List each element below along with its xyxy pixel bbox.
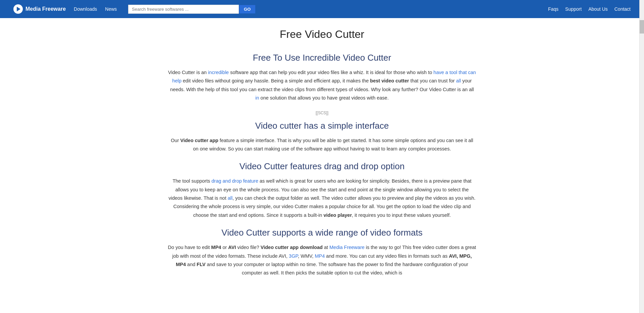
section4-title: Video Cutter supports a wide range of vi… xyxy=(168,228,476,238)
nav-about-us[interactable]: About Us xyxy=(588,6,608,12)
search-input[interactable] xyxy=(128,5,239,14)
in-link[interactable]: in xyxy=(255,95,259,101)
not-all-link[interactable]: all xyxy=(228,195,233,201)
drag-drop-link[interactable]: drag and drop feature xyxy=(212,178,258,184)
scrollbar-track xyxy=(639,0,644,299)
bold-video-cutter-app-download: Video cutter app download xyxy=(261,245,323,250)
scs-placeholder: [[SCS]] xyxy=(168,111,476,115)
have-tool-link[interactable]: have a tool that can xyxy=(433,70,476,75)
bold-avi: AVI xyxy=(228,245,236,250)
section-simple-interface: Video cutter has a simple interface Our … xyxy=(168,121,476,153)
section3-text: The tool supports drag and drop feature … xyxy=(168,177,476,220)
3gp-link[interactable]: 3GP xyxy=(289,253,298,259)
section-video-formats: Video Cutter supports a wide range of vi… xyxy=(168,228,476,277)
logo-icon xyxy=(13,4,23,14)
bold-video-player: video player xyxy=(323,212,352,218)
section2-title: Video cutter has a simple interface xyxy=(168,121,476,131)
mp4-link[interactable]: MP4 xyxy=(315,253,325,259)
all-link[interactable]: all xyxy=(456,78,461,83)
nav-contact[interactable]: Contact xyxy=(614,6,631,12)
nav-downloads[interactable]: Downloads xyxy=(74,6,97,12)
scrollbar-thumb[interactable] xyxy=(640,20,644,34)
bold-mp4: MP4 xyxy=(211,245,221,250)
section2-text: Our Video cutter app feature a simple in… xyxy=(168,136,476,153)
section-drag-drop: Video Cutter features drag and drop opti… xyxy=(168,161,476,220)
help-link[interactable]: help xyxy=(172,78,181,83)
logo-link[interactable]: Media Freeware xyxy=(13,4,66,14)
bold-video-cutter-app: Video cutter app xyxy=(180,138,218,143)
media-freeware-link[interactable]: Media Freeware xyxy=(329,245,365,250)
nav-faqs[interactable]: Faqs xyxy=(548,6,558,12)
section3-title: Video Cutter features drag and drop opti… xyxy=(168,161,476,172)
incredible-link[interactable]: incredible xyxy=(208,70,229,75)
section1-title: Free To Use Incredible Video Cutter xyxy=(168,53,476,63)
section1-text: Video Cutter is an incredible software a… xyxy=(168,68,476,103)
logo-text: Media Freeware xyxy=(25,6,66,12)
section-incredible-cutter: Free To Use Incredible Video Cutter Vide… xyxy=(168,53,476,115)
nav-news[interactable]: News xyxy=(105,6,117,12)
section1-text-prefix: Video Cutter is an incredible software a… xyxy=(168,70,476,101)
section4-text: Do you have to edit MP4 or AVI video fil… xyxy=(168,243,476,277)
site-header: Media Freeware Downloads News GO Faqs Su… xyxy=(0,0,644,18)
nav-support[interactable]: Support xyxy=(565,6,582,12)
bold-flv: FLV xyxy=(197,262,205,267)
search-area: GO xyxy=(128,5,256,14)
main-content: Free Video Cutter Free To Use Incredible… xyxy=(161,18,483,299)
page-title: Free Video Cutter xyxy=(168,28,476,41)
header-right-nav: Faqs Support About Us Contact xyxy=(548,6,631,12)
bold-best-video-cutter: best video cutter xyxy=(370,78,409,83)
search-button[interactable]: GO xyxy=(239,5,256,14)
